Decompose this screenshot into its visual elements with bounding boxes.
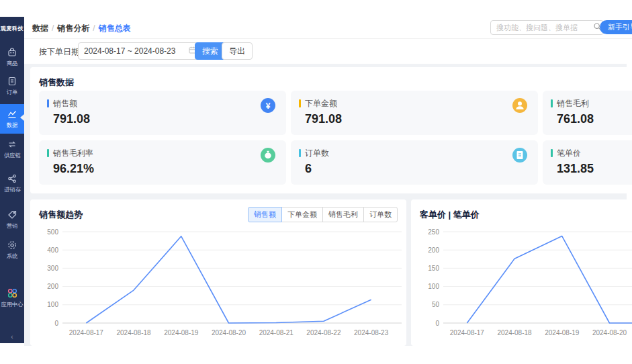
- svg-text:0: 0: [435, 320, 439, 327]
- accent-bar: [47, 99, 49, 107]
- date-range-picker[interactable]: 2024-08-17 ~ 2024-08-23: [78, 42, 203, 60]
- sidebar-item-label: 营销: [7, 222, 18, 230]
- sidebar-item-label: 数据: [7, 122, 18, 130]
- svg-text:2024-08-19: 2024-08-19: [164, 329, 199, 336]
- accent-bar: [551, 149, 553, 157]
- sidebar-item-goods[interactable]: 商品: [0, 47, 24, 68]
- metric-value: 131.85: [557, 162, 594, 176]
- svg-text:2024-08-17: 2024-08-17: [69, 329, 104, 336]
- search-input[interactable]: [495, 23, 593, 32]
- sidebar-item-marketing[interactable]: 营销: [0, 210, 24, 230]
- sidebar-item-data[interactable]: 数据: [0, 104, 24, 134]
- moneybag-icon: [261, 148, 275, 163]
- metric-value: 6: [305, 162, 312, 176]
- accent-bar: [299, 99, 301, 107]
- sidebar-collapse-icon[interactable]: ‹: [0, 334, 24, 340]
- sales-trend-panel: 销售额趋势 销售额 下单金额 销售毛利 订单数 0100200300400500…: [30, 199, 406, 346]
- breadcrumb: 数据/销售分析/销售总表: [32, 23, 131, 34]
- svg-text:0: 0: [54, 320, 58, 327]
- sales-trend-line-chart: 01002003004005002024-08-172024-08-182024…: [36, 226, 402, 340]
- sidebar-item-supply-chain[interactable]: 供应链: [0, 139, 24, 160]
- metric-card-gross-profit: 销售毛利 761.08: [543, 91, 632, 135]
- sidebar-item-app-center[interactable]: 应用中心: [0, 287, 24, 309]
- breadcrumb-bar: 数据/销售分析/销售总表 新手引导: [24, 17, 632, 39]
- sales-data-panel: 销售数据 销售额 791.08 ¥ 下单金额 791.08 销售毛利 761.0…: [30, 67, 632, 193]
- chart-icon: [7, 109, 17, 120]
- supply-arrows-icon: [7, 139, 17, 150]
- order-icon: [7, 76, 17, 87]
- sidebar-item-label: 系统: [7, 253, 18, 261]
- metric-label: 订单数: [305, 148, 329, 159]
- svg-text:2024-08-18: 2024-08-18: [497, 329, 532, 336]
- metric-card-gross-margin: 销售毛利率 96.21%: [39, 140, 286, 185]
- gear-icon: [7, 240, 17, 251]
- sidebar-item-system[interactable]: 系统: [0, 240, 24, 261]
- sidebar-item-label: 供应链: [4, 152, 21, 160]
- metric-label: 销售毛利: [557, 98, 589, 109]
- app-center-icon: [7, 287, 18, 299]
- svg-text:250: 250: [428, 228, 439, 236]
- unit-price-panel: 客单价 | 笔单价 0501001502002502024-08-172024-…: [411, 199, 632, 346]
- svg-text:2024-08-22: 2024-08-22: [306, 329, 341, 336]
- metric-card-order-amount: 下单金额 791.08: [291, 91, 538, 135]
- breadcrumb-item-current: 销售总表: [99, 24, 131, 33]
- svg-text:¥: ¥: [266, 101, 271, 111]
- svg-text:2024-08-23: 2024-08-23: [354, 329, 389, 336]
- metric-label: 销售毛利率: [53, 148, 93, 159]
- svg-text:2024-08-21: 2024-08-21: [259, 329, 294, 336]
- metric-label: 销售额: [53, 98, 77, 109]
- user-icon: [512, 98, 527, 113]
- sidebar-item-label: 进销存: [4, 186, 21, 194]
- metric-card-avg-order-value: 笔单价 131.85: [543, 140, 632, 185]
- breadcrumb-item[interactable]: 销售分析: [57, 24, 89, 33]
- tag-icon: [7, 210, 17, 220]
- global-search[interactable]: [490, 20, 604, 35]
- document-icon: [512, 148, 527, 163]
- svg-text:2024-08-20: 2024-08-20: [212, 329, 246, 336]
- unit-price-line-chart: 0501001502002502024-08-172024-08-182024-…: [416, 226, 632, 340]
- date-type-label: 按下单日期: [39, 46, 79, 58]
- sidebar-item-label: 商品: [7, 60, 18, 68]
- chart-title: 销售额趋势: [39, 209, 83, 221]
- breadcrumb-item[interactable]: 数据: [32, 24, 48, 33]
- sidebar-item-orders[interactable]: 订单: [0, 76, 24, 97]
- yen-icon: ¥: [261, 98, 275, 113]
- svg-text:2024-08-17: 2024-08-17: [450, 329, 485, 336]
- trend-metric-tabs: 销售额 下单金额 销售毛利 订单数: [248, 207, 398, 222]
- bag-icon: [7, 47, 17, 58]
- accent-bar: [299, 149, 301, 157]
- section-title: 销售数据: [39, 77, 74, 89]
- svg-text:300: 300: [47, 265, 58, 272]
- metric-value: 791.08: [305, 112, 342, 126]
- tab-gross-profit[interactable]: 销售毛利: [322, 207, 364, 222]
- active-notch: [17, 114, 24, 121]
- sidebar: 观麦科技 商品 订单 数据 供应链 进销存 营销 系统 应用中心 ‹: [0, 17, 24, 343]
- tab-order-amount[interactable]: 下单金额: [281, 207, 323, 222]
- svg-text:100: 100: [428, 283, 439, 290]
- newbie-guide-button[interactable]: 新手引导: [600, 20, 632, 34]
- sidebar-item-label: 应用中心: [1, 301, 23, 309]
- svg-text:200: 200: [428, 246, 439, 254]
- metric-value: 791.08: [53, 112, 90, 126]
- tab-order-count[interactable]: 订单数: [363, 207, 398, 222]
- tab-sales-amount[interactable]: 销售额: [248, 207, 282, 222]
- svg-text:150: 150: [428, 265, 439, 272]
- accent-bar: [551, 99, 553, 107]
- export-button[interactable]: 导出: [222, 42, 253, 60]
- sidebar-item-label: 订单: [7, 89, 18, 97]
- metric-card-sales-amount: 销售额 791.08 ¥: [39, 91, 286, 135]
- metric-label: 笔单价: [557, 148, 581, 159]
- date-range-value: 2024-08-17 ~ 2024-08-23: [84, 46, 188, 56]
- metric-card-order-count: 订单数 6: [291, 140, 538, 185]
- svg-text:2024-08-19: 2024-08-19: [545, 329, 580, 336]
- sidebar-item-inventory[interactable]: 进销存: [0, 173, 24, 194]
- chart-title: 客单价 | 笔单价: [420, 209, 480, 221]
- svg-text:200: 200: [47, 283, 58, 290]
- svg-text:2024-08-18: 2024-08-18: [116, 329, 151, 336]
- svg-text:2024-08-20: 2024-08-20: [592, 329, 627, 336]
- metric-label: 下单金额: [305, 98, 337, 109]
- accent-bar: [47, 149, 49, 157]
- app-logo: 观麦科技: [0, 25, 24, 32]
- metric-value: 96.21%: [53, 162, 94, 176]
- svg-text:50: 50: [432, 301, 440, 308]
